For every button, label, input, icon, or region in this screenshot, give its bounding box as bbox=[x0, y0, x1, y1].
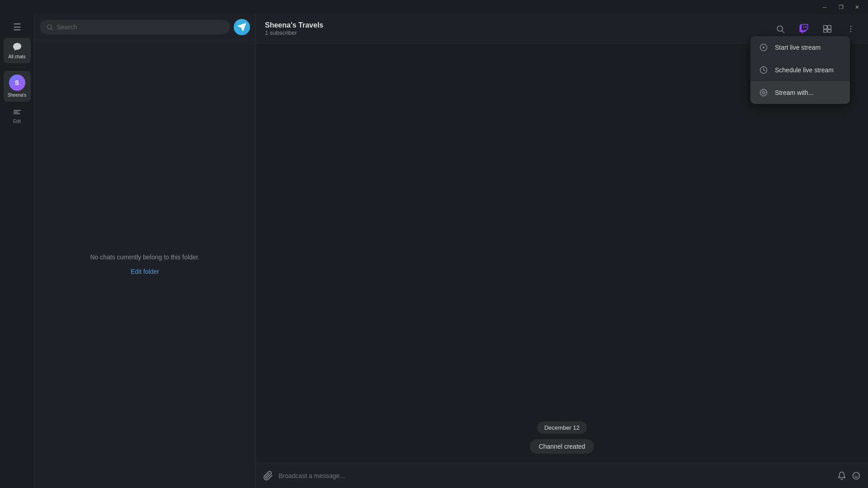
svg-rect-7 bbox=[824, 25, 827, 29]
dropdown-item-start-stream[interactable]: Start live stream bbox=[750, 36, 850, 59]
stream-with-icon bbox=[759, 88, 769, 98]
svg-marker-18 bbox=[763, 46, 765, 49]
sidebar-item-edit[interactable]: Edit bbox=[4, 103, 31, 128]
edit-icon bbox=[12, 107, 22, 117]
svg-line-6 bbox=[782, 30, 784, 33]
menu-icon: ☰ bbox=[13, 22, 21, 33]
chat-list-panel: No chats currently belong to this folder… bbox=[34, 14, 256, 488]
attach-button[interactable] bbox=[263, 471, 273, 481]
svg-point-16 bbox=[857, 474, 858, 475]
edit-folder-button[interactable]: Edit folder bbox=[131, 268, 159, 275]
channel-name: Sheena's Travels bbox=[265, 21, 323, 29]
stream-with-label: Stream with... bbox=[775, 89, 814, 96]
bell-icon bbox=[837, 471, 846, 480]
app-body: ☰ All chats S Sheena's bbox=[0, 14, 868, 488]
maximize-button[interactable]: ❐ bbox=[834, 3, 848, 12]
notification-button[interactable] bbox=[837, 471, 846, 480]
svg-rect-8 bbox=[828, 25, 831, 29]
dropdown-item-stream-with[interactable]: Stream with... bbox=[750, 81, 850, 104]
broadcast-input[interactable] bbox=[278, 472, 832, 479]
search-header-button[interactable] bbox=[772, 21, 788, 37]
start-stream-icon bbox=[759, 42, 769, 52]
message-input-bar bbox=[256, 463, 868, 488]
empty-folder: No chats currently belong to this folder… bbox=[34, 40, 255, 488]
start-stream-label: Start live stream bbox=[775, 44, 821, 51]
close-button[interactable]: ✕ bbox=[850, 3, 864, 12]
sidebar-item-menu[interactable]: ☰ bbox=[4, 18, 31, 36]
sidebar-divider bbox=[8, 67, 26, 67]
telegram-logo bbox=[234, 19, 250, 35]
dropdown-item-schedule-stream[interactable]: Schedule live stream bbox=[750, 59, 850, 81]
search-icon bbox=[46, 23, 53, 31]
all-chats-icon bbox=[12, 42, 23, 52]
attach-icon bbox=[263, 471, 273, 481]
svg-point-12 bbox=[850, 28, 852, 29]
svg-point-14 bbox=[853, 472, 860, 479]
date-badge: December 12 bbox=[537, 422, 587, 434]
stream-icon bbox=[799, 24, 809, 34]
svg-point-13 bbox=[850, 31, 852, 32]
emoji-icon bbox=[852, 471, 861, 480]
more-options-button[interactable] bbox=[843, 21, 859, 37]
svg-point-22 bbox=[761, 90, 766, 95]
sidebar: ☰ All chats S Sheena's bbox=[0, 14, 34, 488]
dropdown-menu: Start live stream Schedule live stream S… bbox=[750, 36, 850, 104]
avatar: S bbox=[9, 75, 25, 91]
emoji-button[interactable] bbox=[852, 471, 861, 480]
sidebar-item-sheenas[interactable]: S Sheena's bbox=[4, 71, 31, 102]
edit-label: Edit bbox=[13, 119, 21, 124]
search-input-wrap[interactable] bbox=[40, 20, 230, 34]
stream-button[interactable] bbox=[796, 21, 812, 37]
title-bar: ─ ❐ ✕ bbox=[0, 0, 868, 14]
search-header-icon bbox=[776, 24, 785, 33]
sheenas-label: Sheena's bbox=[8, 93, 26, 98]
more-icon bbox=[846, 24, 855, 33]
svg-point-15 bbox=[855, 474, 856, 475]
channel-info: Sheena's Travels 1 subscriber bbox=[265, 21, 323, 36]
search-input[interactable] bbox=[57, 23, 224, 31]
header-actions bbox=[772, 21, 859, 37]
all-chats-label: All chats bbox=[9, 54, 26, 60]
search-bar bbox=[34, 14, 255, 40]
schedule-stream-label: Schedule live stream bbox=[775, 66, 834, 74]
messages-area: December 12 Channel created bbox=[256, 43, 868, 463]
layout-icon bbox=[823, 24, 832, 33]
minimize-button[interactable]: ─ bbox=[817, 3, 832, 12]
svg-point-21 bbox=[763, 92, 765, 94]
layout-button[interactable] bbox=[819, 21, 835, 37]
svg-point-11 bbox=[850, 25, 852, 27]
input-actions bbox=[837, 471, 861, 480]
schedule-stream-icon bbox=[759, 65, 769, 75]
svg-rect-10 bbox=[828, 29, 831, 32]
sidebar-item-all-chats[interactable]: All chats bbox=[4, 38, 31, 63]
svg-line-4 bbox=[51, 28, 53, 30]
empty-message: No chats currently belong to this folder… bbox=[90, 253, 199, 261]
svg-rect-9 bbox=[824, 29, 827, 32]
channel-subscribers: 1 subscriber bbox=[265, 29, 323, 36]
channel-created-message: Channel created bbox=[530, 439, 594, 454]
